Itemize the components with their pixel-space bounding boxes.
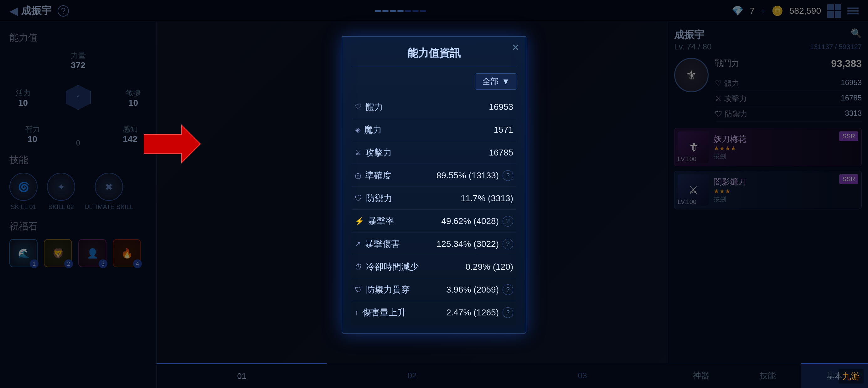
modal-stat-def-label: 🛡 防禦力 bbox=[355, 192, 392, 204]
modal-stat-def-value: 11.7% (3313) bbox=[461, 193, 513, 203]
def-pen-modal-icon: 🛡 bbox=[355, 285, 362, 294]
modal-stat-hp-label: ♡ 體力 bbox=[355, 101, 383, 113]
filter-label: 全部 bbox=[482, 76, 498, 87]
app-logo: 九游 bbox=[839, 369, 864, 384]
modal-stat-row-def: 🛡 防禦力 11.7% (3313) bbox=[352, 187, 516, 209]
crit-dmg-modal-icon: ↗ bbox=[355, 240, 361, 249]
modal-stat-mp-value: 1571 bbox=[494, 125, 513, 135]
filter-arrow-icon: ▼ bbox=[502, 77, 510, 86]
stats-modal: 能力值資訊 ✕ 全部 ▼ ♡ 體力 16953 bbox=[342, 36, 526, 333]
atk-modal-icon: ⚔ bbox=[355, 148, 362, 157]
modal-stat-row-crit: ⚡ 暴擊率 49.62% (4028) ? bbox=[352, 210, 516, 232]
cooldown-modal-icon: ⏱ bbox=[355, 262, 362, 271]
dmg-up-modal-icon: ↑ bbox=[355, 308, 359, 317]
modal-stat-dmg-up-value: 2.47% (1265) ? bbox=[446, 307, 513, 318]
modal-stat-mp-label: ◈ 魔力 bbox=[355, 124, 382, 136]
modal-stat-def-pen-label: 🛡 防禦力貫穿 bbox=[355, 284, 410, 296]
modal-stat-dmg-up-label: ↑ 傷害量上升 bbox=[355, 306, 406, 319]
crit-modal-icon: ⚡ bbox=[355, 217, 364, 226]
modal-stat-def-pen-value: 3.96% (2059) ? bbox=[446, 284, 513, 295]
modal-stat-crit-dmg-value: 125.34% (3022) ? bbox=[436, 239, 513, 249]
modal-stat-atk-label: ⚔ 攻擊力 bbox=[355, 147, 392, 159]
modal-stat-row-atk: ⚔ 攻擊力 16785 bbox=[352, 142, 516, 164]
modal-divider bbox=[352, 67, 516, 67]
def-pen-help-button[interactable]: ? bbox=[503, 284, 513, 295]
def-modal-icon: 🛡 bbox=[355, 194, 362, 203]
modal-stat-atk-value: 16785 bbox=[489, 148, 513, 158]
modal-stat-row-crit-dmg: ↗ 暴擊傷害 125.34% (3022) ? bbox=[352, 233, 516, 255]
hp-modal-icon: ♡ bbox=[355, 103, 362, 111]
modal-stat-row-def-pen: 🛡 防禦力貫穿 3.96% (2059) ? bbox=[352, 279, 516, 301]
modal-stat-cooldown-label: ⏱ 冷卻時間減少 bbox=[355, 261, 418, 273]
accuracy-help-button[interactable]: ? bbox=[503, 170, 513, 181]
modal-stat-accuracy-label: ◎ 準確度 bbox=[355, 170, 392, 182]
accuracy-modal-icon: ◎ bbox=[355, 171, 361, 180]
modal-stat-row-accuracy: ◎ 準確度 89.55% (13133) ? bbox=[352, 165, 516, 187]
mp-modal-icon: ◈ bbox=[355, 126, 361, 134]
modal-stat-cooldown-value: 0.29% (120) bbox=[465, 262, 513, 272]
modal-close-button[interactable]: ✕ bbox=[512, 43, 520, 52]
modal-overlay: 能力值資訊 ✕ 全部 ▼ ♡ 體力 16953 bbox=[0, 0, 868, 388]
crit-dmg-help-button[interactable]: ? bbox=[503, 239, 513, 249]
modal-stat-accuracy-value: 89.55% (13133) ? bbox=[436, 170, 513, 181]
modal-stat-crit-value: 49.62% (4028) ? bbox=[441, 216, 513, 227]
modal-stat-crit-label: ⚡ 暴擊率 bbox=[355, 215, 394, 227]
modal-stat-row-cooldown: ⏱ 冷卻時間減少 0.29% (120) bbox=[352, 256, 516, 278]
modal-stat-row-dmg-up: ↑ 傷害量上升 2.47% (1265) ? bbox=[352, 302, 516, 324]
modal-title: 能力值資訊 bbox=[352, 46, 516, 60]
dmg-up-help-button[interactable]: ? bbox=[503, 307, 513, 318]
filter-dropdown[interactable]: 全部 ▼ bbox=[476, 73, 516, 90]
crit-help-button[interactable]: ? bbox=[503, 216, 513, 227]
modal-filter: 全部 ▼ bbox=[352, 73, 516, 90]
modal-stat-row-hp: ♡ 體力 16953 bbox=[352, 96, 516, 118]
modal-stat-list: ♡ 體力 16953 ◈ 魔力 1571 ⚔ bbox=[352, 96, 516, 324]
modal-stat-crit-dmg-label: ↗ 暴擊傷害 bbox=[355, 238, 400, 250]
modal-stat-hp-value: 16953 bbox=[489, 102, 513, 112]
modal-stat-row-mp: ◈ 魔力 1571 bbox=[352, 119, 516, 141]
